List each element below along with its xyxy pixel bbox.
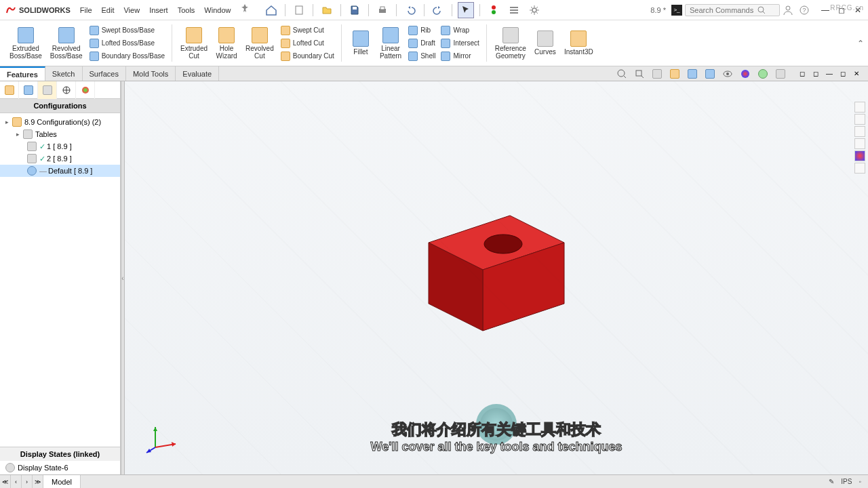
draft-button[interactable]: Draft xyxy=(406,37,438,49)
search-commands[interactable] xyxy=(685,4,780,16)
solidworks-icon xyxy=(5,5,16,16)
options-list-button[interactable] xyxy=(506,2,522,18)
doc-pane1-icon[interactable]: ◻ xyxy=(796,68,808,80)
boundary-cut-button[interactable]: Boundary Cut xyxy=(278,50,337,62)
label: RevolvedBoss/Base xyxy=(50,45,83,60)
feature-tree-tab-icon[interactable] xyxy=(0,81,19,99)
mirror-button[interactable]: Mirror xyxy=(438,50,481,62)
swept-boss-button[interactable]: Swept Boss/Base xyxy=(87,24,167,37)
nav-next-icon[interactable]: › xyxy=(22,475,33,488)
menu-window[interactable]: Window xyxy=(200,3,235,17)
nav-first-icon[interactable]: ≪ xyxy=(0,475,11,488)
home-button[interactable] xyxy=(263,2,279,18)
redo-button[interactable] xyxy=(430,2,446,18)
wrap-button[interactable]: Wrap xyxy=(438,24,481,37)
taskpane-custom-icon[interactable] xyxy=(854,163,865,174)
command-prompt-icon[interactable]: >_ xyxy=(671,5,682,16)
menu-tools[interactable]: Tools xyxy=(174,3,199,17)
zoom-area-icon[interactable] xyxy=(632,66,647,81)
previous-view-icon[interactable] xyxy=(650,66,665,81)
rib-button[interactable]: Rib xyxy=(406,24,438,37)
section-view-icon[interactable] xyxy=(667,66,682,81)
instant3d-button[interactable]: Instant3D xyxy=(560,29,597,57)
menu-insert[interactable]: Insert xyxy=(145,3,172,17)
help-icon[interactable]: ? xyxy=(796,2,812,18)
hide-show-icon[interactable] xyxy=(720,66,735,81)
scene-icon[interactable] xyxy=(755,66,770,81)
menu-file[interactable]: File xyxy=(76,3,96,17)
intersect-button[interactable]: Intersect xyxy=(438,37,481,49)
open-button[interactable] xyxy=(319,2,335,18)
settings-button[interactable] xyxy=(526,2,542,18)
dimxpert-tab-icon[interactable] xyxy=(57,81,76,99)
extruded-cut-button[interactable]: ExtrudedCut xyxy=(176,26,212,61)
doc-minimize-button[interactable]: — xyxy=(823,68,835,80)
view-orientation-icon[interactable] xyxy=(685,66,700,81)
swept-cut-button[interactable]: Swept Cut xyxy=(278,24,337,37)
lofted-cut-button[interactable]: Lofted Cut xyxy=(278,37,337,49)
collapse-ribbon-icon[interactable]: ⌃ xyxy=(857,39,864,48)
tab-surfaces[interactable]: Surfaces xyxy=(83,66,126,81)
menu-edit[interactable]: Edit xyxy=(98,3,119,17)
title-bar: SOLIDWORKS File Edit View Insert Tools W… xyxy=(0,0,868,20)
taskpane-view-icon[interactable] xyxy=(854,138,865,149)
taskpane-library-icon[interactable] xyxy=(854,114,865,125)
tab-mold-tools[interactable]: Mold Tools xyxy=(126,66,176,81)
extruded-boss-button[interactable]: ExtrudedBoss/Base xyxy=(5,26,46,61)
doc-maximize-button[interactable]: ◻ xyxy=(837,68,849,80)
tab-features[interactable]: Features xyxy=(0,66,45,81)
property-manager-tab-icon[interactable] xyxy=(19,81,38,99)
doc-close-button[interactable]: ✕ xyxy=(850,68,863,80)
revolved-cut-button[interactable]: RevolvedCut xyxy=(241,26,278,61)
view-settings-icon[interactable] xyxy=(773,66,788,81)
model-tab[interactable]: Model xyxy=(43,475,81,488)
zoom-to-fit-icon[interactable] xyxy=(614,66,629,81)
hole-wizard-button[interactable]: HoleWizard xyxy=(212,26,241,61)
linear-pattern-button[interactable]: LinearPattern xyxy=(376,26,406,61)
rebuild-button[interactable] xyxy=(486,2,502,18)
undo-button[interactable] xyxy=(402,2,418,18)
nav-last-icon[interactable]: ≫ xyxy=(33,475,43,488)
tab-evaluate[interactable]: Evaluate xyxy=(176,66,219,81)
configuration-manager-tab-icon[interactable] xyxy=(38,81,57,99)
curves-button[interactable]: Curves xyxy=(530,29,560,57)
user-icon[interactable] xyxy=(780,2,796,18)
svg-point-9 xyxy=(532,8,536,12)
doc-pane2-icon[interactable]: ◻ xyxy=(810,68,822,80)
select-button[interactable] xyxy=(458,2,474,18)
status-misc-icon[interactable]: ◦ xyxy=(859,478,861,485)
search-input[interactable] xyxy=(690,6,757,14)
taskpane-appearance-icon[interactable] xyxy=(854,150,865,161)
fillet-button[interactable]: Fillet xyxy=(346,29,376,57)
save-button[interactable] xyxy=(347,2,363,18)
tab-sketch[interactable]: Sketch xyxy=(45,66,83,81)
display-manager-tab-icon[interactable] xyxy=(76,81,95,99)
config-row-default[interactable]: —Default [ 8.9 ] xyxy=(0,165,120,177)
pin-icon[interactable] xyxy=(240,3,250,13)
display-state-row[interactable]: Display State-6 xyxy=(0,461,120,474)
display-style-icon[interactable] xyxy=(703,66,717,81)
config-row-1[interactable]: ✓1 [ 8.9 ] xyxy=(0,140,120,152)
appearance-icon[interactable] xyxy=(738,66,753,81)
revolved-boss-button[interactable]: RevolvedBoss/Base xyxy=(46,26,87,61)
tree-tables[interactable]: ▸Tables xyxy=(0,128,120,140)
menu-view[interactable]: View xyxy=(119,3,144,17)
orientation-triad[interactable] xyxy=(145,420,179,454)
config-row-2[interactable]: ✓2 [ 8.9 ] xyxy=(0,152,120,165)
boundary-boss-button[interactable]: Boundary Boss/Base xyxy=(87,50,167,62)
svg-rect-7 xyxy=(510,9,518,11)
nav-prev-icon[interactable]: ‹ xyxy=(11,475,22,488)
tree-root[interactable]: ▸8.9 Configuration(s) (2) xyxy=(0,116,120,128)
bottom-bar: ≪ ‹ › ≫ Model ✎ IPS ◦ xyxy=(0,474,868,488)
units-label[interactable]: IPS xyxy=(841,478,852,485)
taskpane-explorer-icon[interactable] xyxy=(854,126,865,137)
new-button[interactable] xyxy=(291,2,307,18)
lofted-boss-button[interactable]: Lofted Boss/Base xyxy=(87,37,167,49)
taskpane-home-icon[interactable] xyxy=(854,102,865,113)
graphics-viewport[interactable]: 我们将介绍所有关键工具和技术 We'll cover all the key t… xyxy=(125,81,868,474)
status-edit-icon[interactable]: ✎ xyxy=(829,478,834,485)
reference-geometry-button[interactable]: ReferenceGeometry xyxy=(491,26,530,61)
svg-point-29 xyxy=(484,235,522,253)
print-button[interactable] xyxy=(374,2,391,18)
shell-button[interactable]: Shell xyxy=(406,50,438,62)
